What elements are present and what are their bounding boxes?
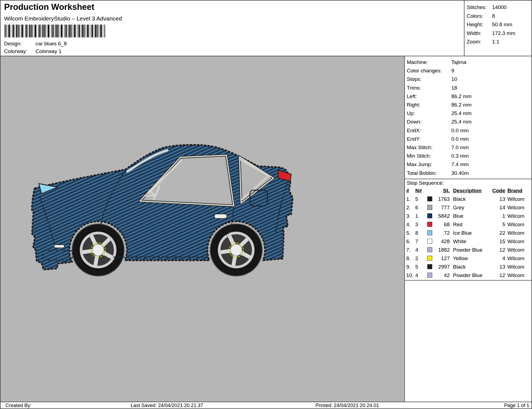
created-by-label: Created By: bbox=[5, 402, 31, 409]
machine-info-label: EndX: bbox=[407, 126, 451, 135]
thread-code: 4 bbox=[488, 254, 505, 263]
stat-row: Height:50.8 mm bbox=[464, 20, 532, 29]
stop-number: 10. bbox=[406, 271, 415, 279]
stitch-count: 777 bbox=[434, 203, 450, 212]
machine-info-row: Down:25.4 mm bbox=[405, 117, 531, 126]
needle-number: 8 bbox=[415, 229, 427, 237]
stop-sequence-row: 7.41882Powder Blue12Wilcom bbox=[405, 246, 531, 254]
stat-value: 172.3 mm bbox=[492, 29, 515, 38]
car-embroidery-design bbox=[31, 143, 298, 281]
colorway-row: Colorway: Colorway 1 bbox=[4, 48, 62, 54]
machine-info-label: Trims: bbox=[407, 84, 451, 92]
needle-number: 4 bbox=[415, 246, 427, 254]
stitch-count: 2997 bbox=[434, 263, 450, 271]
stop-sequence-row: 9.52997Black13Wilcom bbox=[405, 263, 531, 271]
stop-sequence-row: 5.872Ice Blue22Wilcom bbox=[405, 229, 531, 237]
front-wheel bbox=[72, 224, 124, 276]
needle-number: 4 bbox=[415, 271, 427, 279]
stat-value: 50.8 mm bbox=[492, 20, 512, 29]
machine-info-value: 7.4 mm bbox=[451, 160, 469, 169]
machine-info-value: 25.4 mm bbox=[451, 117, 472, 126]
machine-info-value: 86.2 mm bbox=[451, 92, 472, 101]
design-value: car blues 6_8 bbox=[36, 41, 67, 47]
machine-info-row: Right:86.2 mm bbox=[405, 101, 531, 109]
stitch-count: 42 bbox=[434, 271, 450, 279]
col-number: # bbox=[406, 186, 415, 195]
machine-info-list: Machine:TajimaColor changes:9Stops:10Tri… bbox=[405, 56, 531, 177]
stop-number: 1. bbox=[406, 195, 415, 203]
thread-brand: Wilcom bbox=[505, 220, 531, 229]
machine-info-value: Tajima bbox=[451, 58, 466, 66]
thread-color-swatch bbox=[427, 213, 432, 218]
thread-color-swatch bbox=[427, 205, 432, 210]
needle-number: 5 bbox=[415, 195, 427, 203]
rear-wheel bbox=[210, 224, 262, 276]
colorway-label: Colorway: bbox=[4, 48, 36, 54]
machine-info-row: Color changes:9 bbox=[405, 66, 531, 75]
stop-number: 8. bbox=[406, 254, 415, 263]
machine-info-label: Down: bbox=[407, 117, 451, 126]
header: Production Worksheet Wilcom EmbroiderySt… bbox=[1, 1, 531, 56]
machine-info-row: EndY:0.0 mm bbox=[405, 135, 531, 143]
machine-info-value: 18 bbox=[451, 84, 457, 92]
needle-number: 6 bbox=[415, 203, 427, 212]
thread-code: 13 bbox=[488, 195, 505, 203]
thread-code: 12 bbox=[488, 246, 505, 254]
swatch-cell bbox=[427, 246, 434, 254]
thread-color-swatch bbox=[427, 230, 432, 235]
machine-info-row: Left:86.2 mm bbox=[405, 92, 531, 101]
stat-value: 1:1 bbox=[492, 37, 499, 46]
thread-code: 5 bbox=[488, 220, 505, 229]
machine-info-value: 10 bbox=[451, 75, 457, 83]
stop-table-header: #N#St.DescriptionCodeBrand bbox=[405, 186, 531, 195]
stat-label: Stitches: bbox=[467, 3, 492, 12]
machine-info-row: Min Stitch:0.3 mm bbox=[405, 152, 531, 160]
printed-text: Printed: 24/04/2021 20.24.01 bbox=[315, 402, 379, 409]
swatch-cell bbox=[427, 229, 434, 237]
machine-info-row: Up:25.4 mm bbox=[405, 109, 531, 117]
design-barcode bbox=[5, 25, 105, 37]
stitch-count: 68 bbox=[434, 220, 450, 229]
machine-info-value: 25.4 mm bbox=[451, 109, 472, 117]
thread-description: Blue bbox=[450, 212, 488, 220]
machine-info-label: Stops: bbox=[407, 75, 451, 83]
machine-info-panel: Machine:TajimaColor changes:9Stops:10Tri… bbox=[405, 56, 531, 402]
col-stitches: St. bbox=[434, 186, 450, 195]
thread-brand: Wilcom bbox=[505, 203, 531, 212]
thread-color-swatch bbox=[427, 256, 432, 261]
swatch-cell bbox=[427, 212, 434, 220]
thread-description: Powder Blue bbox=[450, 271, 488, 279]
machine-info-label: Max Jump: bbox=[407, 160, 451, 169]
page-title: Production Worksheet bbox=[4, 2, 94, 12]
page-number: Page 1 of 1 bbox=[504, 402, 529, 409]
swatch-cell bbox=[427, 254, 434, 263]
thread-color-swatch bbox=[427, 264, 432, 269]
needle-number: 1 bbox=[415, 212, 427, 220]
machine-info-value: 0.3 mm bbox=[451, 152, 469, 160]
front-marker-light bbox=[54, 245, 64, 248]
last-saved-text: Last Saved: 24/04/2021 20.21.37 bbox=[131, 402, 203, 409]
design-label: Design: bbox=[4, 41, 36, 47]
stat-row: Stitches:14000 bbox=[464, 3, 532, 12]
stat-value: 8 bbox=[492, 12, 495, 20]
thread-description: Ice Blue bbox=[450, 229, 488, 237]
footer: Created By: Last Saved: 24/04/2021 20.21… bbox=[1, 402, 531, 409]
col-needle: N# bbox=[415, 186, 427, 195]
thread-description: White bbox=[450, 237, 488, 246]
col-brand: Brand bbox=[505, 186, 531, 195]
stop-sequence-row: 3.15842Blue1Wilcom bbox=[405, 212, 531, 220]
machine-info-row: Max Stitch:7.0 mm bbox=[405, 143, 531, 152]
thread-color-swatch bbox=[427, 247, 432, 252]
thread-color-swatch bbox=[427, 239, 432, 244]
stitch-count: 5842 bbox=[434, 212, 450, 220]
thread-description: Powder Blue bbox=[450, 246, 488, 254]
col-swatch bbox=[427, 186, 434, 195]
stop-number: 2. bbox=[406, 203, 415, 212]
thread-brand: Wilcom bbox=[505, 229, 531, 237]
thread-code: 15 bbox=[488, 237, 505, 246]
stat-row: Zoom:1:1 bbox=[464, 37, 532, 46]
thread-code: 12 bbox=[488, 271, 505, 279]
stop-number: 5. bbox=[406, 229, 415, 237]
swatch-cell bbox=[427, 195, 434, 203]
thread-brand: Wilcom bbox=[505, 271, 531, 279]
